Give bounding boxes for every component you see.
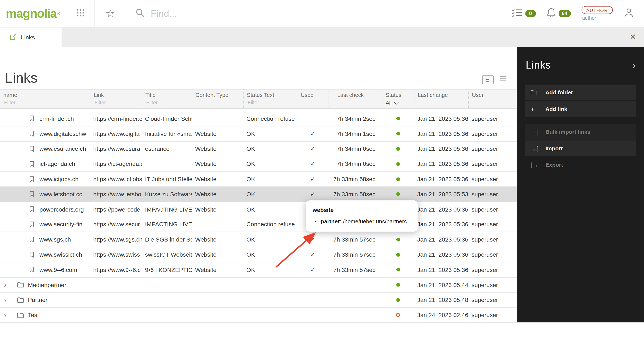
cell-content_type: Website	[192, 262, 243, 277]
grid-icon	[76, 8, 85, 19]
sidebar-action-add-link[interactable]: +Add link	[525, 101, 636, 117]
cell-user: superuser	[468, 142, 517, 156]
table-row[interactable]: www.sgs.chhttps://www.sgs.chDie SGS in d…	[0, 232, 517, 247]
column-header-content_type[interactable]: Content Type	[192, 89, 243, 108]
cell-last_check: 7h 33min 57sec	[328, 247, 382, 262]
expand-icon[interactable]: ›	[4, 281, 10, 288]
column-label: Last change	[418, 92, 468, 98]
cell-last_change: Jan 21, 2023 05:36	[414, 232, 468, 247]
column-header-status[interactable]: StatusAll	[382, 89, 414, 108]
search-input[interactable]	[150, 7, 324, 19]
cell-last_change: Jan 24, 2023 02:46	[414, 308, 468, 323]
table-row[interactable]: ›PartnerJan 21, 2023 05:48superuser	[0, 293, 517, 308]
row-name: crm-finder.ch	[40, 115, 74, 122]
cell-content_type	[192, 293, 243, 307]
magnolia-logo[interactable]: magnolia®	[0, 0, 66, 27]
cell-status_text: OK	[243, 157, 297, 171]
column-header-name[interactable]: name	[0, 89, 90, 108]
column-header-user[interactable]: User	[468, 89, 517, 108]
top-bar: magnolia® ☆ 0	[0, 0, 644, 27]
cell-status_text: OK	[243, 126, 297, 141]
table-row[interactable]: www.digitaleschwhttps://www.digitaInitia…	[0, 126, 517, 142]
cell-user: superuser	[468, 202, 517, 217]
used-check: ✓	[297, 126, 328, 141]
row-name: Medienpartner	[28, 282, 66, 288]
cell-name: crm-finder.ch	[0, 111, 90, 126]
row-name: www.digitaleschw	[40, 130, 86, 137]
column-header-used[interactable]: Used	[297, 89, 328, 108]
table-row[interactable]: ›MedienpartnerJan 21, 2023 05:44superuse…	[0, 278, 517, 293]
column-label: name	[3, 92, 90, 98]
cell-user: superuser	[468, 308, 517, 323]
table-row[interactable]: www.swissict.chhttps://www.swissswissICT…	[0, 247, 517, 262]
used-check	[297, 278, 328, 292]
column-header-status_text[interactable]: Status Text	[243, 89, 297, 108]
close-icon[interactable]: ×	[630, 31, 636, 42]
column-header-link[interactable]: Link	[90, 89, 142, 108]
row-name: www.esurance.ch	[40, 145, 86, 152]
cell-name: www.digitaleschw	[0, 126, 90, 141]
export-icon: [→	[531, 161, 546, 168]
app-launcher-button[interactable]	[66, 0, 94, 27]
bookmark-icon	[30, 161, 34, 167]
status-filter-dropdown[interactable]: All	[386, 100, 414, 106]
cell-last_check: 7h 34min 2sec	[328, 111, 382, 126]
tree-view-toggle[interactable]	[482, 75, 494, 84]
table-row[interactable]: powercoders.orghttps://powercodeIMPACTIN…	[0, 202, 517, 217]
tasks-button[interactable]: 0	[512, 8, 536, 18]
table-header: nameLinkTitleContent TypeStatus TextUsed…	[0, 89, 517, 109]
cell-link: https://www.letsbo	[90, 187, 142, 202]
status-ok-dot	[396, 162, 400, 166]
expand-icon[interactable]: ›	[4, 297, 10, 303]
cell-name: www.swissict.ch	[0, 247, 90, 262]
table-row[interactable]: www.security-finhttps://www.securIMPACTI…	[0, 217, 517, 232]
column-filter-input[interactable]	[146, 99, 188, 106]
table-row[interactable]: www.ictjobs.chhttps://www.ictjobsIT Jobs…	[0, 172, 517, 187]
bookmark-icon	[30, 131, 34, 137]
top-bar-right: 0 64 AUTHOR author	[512, 0, 644, 27]
column-filter-input[interactable]	[3, 99, 86, 106]
sidebar-title: Links	[526, 59, 550, 71]
cell-content_type	[192, 111, 243, 126]
cell-link	[90, 278, 142, 292]
status-ok-dot	[396, 298, 400, 302]
cell-name: www.letsboot.co	[0, 187, 90, 202]
favorites-button[interactable]: ☆	[95, 0, 126, 27]
table-row[interactable]: ict-agenda.chhttps://ict-agenda.cWebsite…	[0, 157, 517, 172]
sidebar-action-add-folder[interactable]: Add folder	[525, 84, 636, 100]
cell-title: IMPACTING LIVES	[142, 217, 192, 232]
chevron-right-icon[interactable]: ›	[632, 60, 636, 70]
cell-name: powercoders.org	[0, 202, 90, 217]
column-header-last_change[interactable]: Last change	[414, 89, 468, 108]
expand-icon[interactable]: ›	[4, 312, 10, 319]
cell-content_type: Website	[192, 172, 243, 186]
sidebar-action-import[interactable]: →]Import	[525, 140, 636, 156]
status-ok-dot	[396, 238, 400, 242]
column-filter-input[interactable]	[94, 99, 138, 106]
table-row[interactable]: crm-finder.chhttps://crm-finder.cCloud-F…	[0, 111, 517, 126]
cell-content_type: Website	[192, 126, 243, 141]
footer	[0, 322, 644, 347]
user-menu-button[interactable]	[624, 7, 634, 20]
cell-status_text	[243, 308, 297, 323]
tab-links[interactable]: Links	[0, 27, 62, 47]
bell-icon	[546, 8, 556, 19]
sidebar-action-export: [→Export	[525, 157, 636, 172]
column-header-title[interactable]: Title	[142, 89, 192, 108]
table-row[interactable]: ›TestJan 24, 2023 02:46superuser	[0, 308, 517, 323]
table-row[interactable]: www.9--6.comhttps://www.9--6.c9•6 | KONZ…	[0, 262, 517, 277]
column-filter-input[interactable]	[247, 99, 293, 106]
logo-registered-mark: ®	[57, 11, 60, 16]
tooltip-link[interactable]: /home/ueber-uns/partners	[343, 219, 407, 225]
cell-last_check: 7h 33min 58sec	[328, 187, 382, 202]
row-name: www.sgs.ch	[40, 236, 71, 243]
table-row[interactable]: www.esurance.chhttps://www.esuraesurance…	[0, 142, 517, 157]
used-check	[297, 111, 328, 126]
table-row[interactable]: www.letsboot.cohttps://www.letsboKurse z…	[0, 187, 517, 202]
cell-content_type: Website	[192, 187, 243, 202]
notifications-button[interactable]: 64	[546, 8, 570, 19]
row-name: powercoders.org	[40, 206, 84, 213]
list-view-toggle[interactable]	[500, 76, 507, 83]
column-header-last_check[interactable]: Last check	[328, 89, 382, 108]
tasks-count-badge: 0	[525, 10, 536, 17]
